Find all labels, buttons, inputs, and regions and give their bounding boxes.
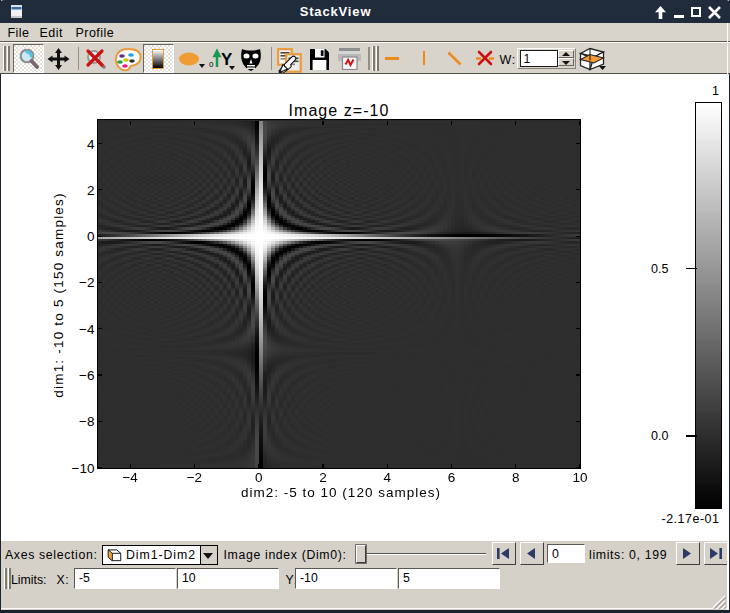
svg-text:0: 0 <box>209 60 214 69</box>
